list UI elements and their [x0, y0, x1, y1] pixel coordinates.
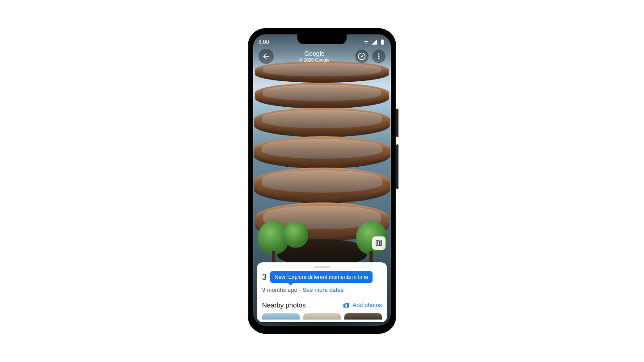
attribution-subtitle: © 2020 Google — [274, 58, 355, 63]
new-feature-tooltip[interactable]: New! Explore different moments in time — [270, 271, 373, 283]
compass-button[interactable] — [355, 50, 369, 63]
info-card[interactable]: 3 New! Explore different moments in time… — [257, 262, 387, 322]
cell-signal-icon — [371, 39, 377, 45]
wifi-icon — [363, 39, 369, 45]
more-vert-icon — [374, 52, 383, 61]
address-text: 3 — [262, 273, 267, 282]
structure-rib — [254, 108, 390, 137]
phone-frame: 8:00 Google © 2020 Google — [248, 28, 396, 334]
structure-rib — [254, 168, 390, 203]
phone-power-button — [396, 109, 398, 137]
minimap-button[interactable] — [372, 236, 386, 250]
add-photos-button[interactable]: Add photos — [343, 302, 382, 309]
phone-volume-button — [396, 144, 398, 189]
battery-icon — [379, 39, 386, 45]
tree — [284, 222, 308, 248]
compass-icon — [357, 52, 366, 61]
tooltip-label: New! Explore different moments in time — [275, 274, 368, 280]
add-photo-icon — [343, 302, 350, 309]
structure-rib — [254, 136, 390, 168]
nearby-photos-row[interactable] — [262, 313, 382, 320]
map-icon — [375, 239, 383, 247]
phone-notch — [297, 34, 347, 44]
drag-handle[interactable] — [314, 266, 330, 268]
photo-thumbnail[interactable] — [303, 313, 341, 320]
overflow-menu-button[interactable] — [372, 50, 386, 63]
see-more-dates-link[interactable]: See more dates — [302, 286, 343, 293]
photo-thumbnail[interactable] — [262, 313, 300, 320]
separator-dot: · — [297, 286, 303, 293]
photo-thumbnail[interactable] — [344, 313, 382, 320]
nearby-photos-heading: Nearby photos — [262, 301, 306, 309]
back-button[interactable] — [258, 49, 274, 64]
capture-age-text: 9 months ago — [262, 286, 297, 293]
attribution-title: Google — [274, 50, 355, 57]
structure-rib — [255, 83, 389, 109]
phone-screen: 8:00 Google © 2020 Google — [253, 34, 391, 326]
add-photos-label: Add photos — [352, 302, 382, 308]
arrow-left-icon — [262, 52, 271, 61]
status-time: 8:00 — [258, 39, 269, 45]
